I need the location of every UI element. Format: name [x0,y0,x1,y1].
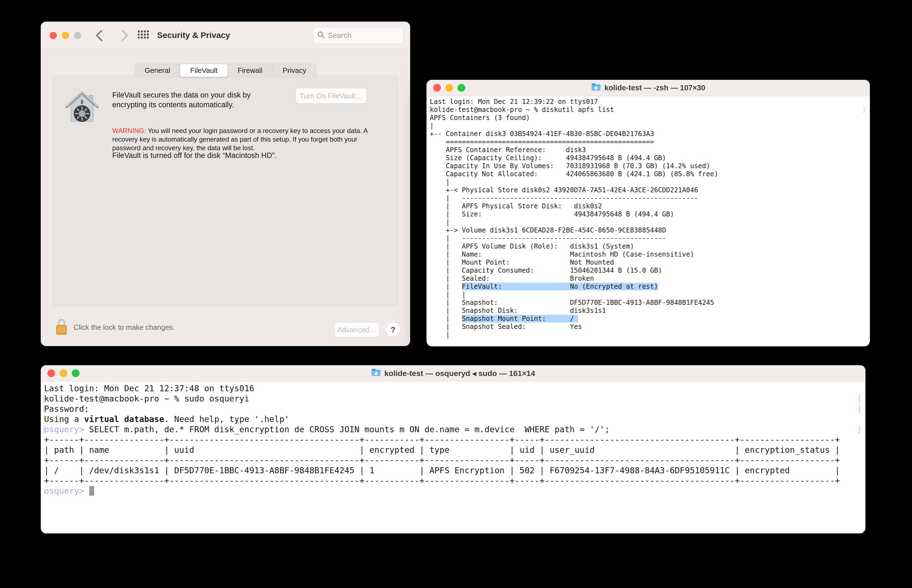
home-folder-icon [591,82,601,94]
window-title: kolide-test — osqueryd ◂ sudo — 161×14 [384,369,535,378]
traffic-lights [433,84,465,92]
zoom-button[interactable] [74,32,81,39]
prompt-mark-close: ] [857,424,862,435]
zoom-button[interactable] [457,84,465,92]
turn-on-filevault-button[interactable]: Turn On FileVault… [296,88,366,103]
help-button[interactable]: ? [386,322,400,337]
advanced-button[interactable]: Advanced… [334,322,379,337]
lock-icon[interactable] [56,318,67,336]
close-button[interactable] [433,84,441,92]
search-icon [317,31,325,40]
prompt-mark-close: ] [862,106,866,114]
tab-filevault[interactable]: FileVault [180,64,228,77]
prompt-mark-close: ] [857,394,862,404]
minimize-button[interactable] [446,84,453,92]
filevault-panel: FileVault secures the data on your disk … [52,76,399,307]
window-title: Security & Privacy [157,31,230,40]
terminal-output: Last login: Mon Dec 21 12:37:48 on ttys0… [41,381,865,498]
show-all-grid-icon[interactable] [138,31,149,40]
prompt-mark-open: [ [427,106,431,114]
warning-label: WARNING: [112,127,146,134]
titlebar: kolide-test — osqueryd ◂ sudo — 161×14 [41,365,865,381]
back-icon[interactable] [95,28,103,43]
security-privacy-window: Security & Privacy Search General FileVa… [41,22,410,346]
minimize-button[interactable] [60,369,67,377]
filevault-status-text: FileVault is turned off for the disk “Ma… [112,151,276,160]
filevault-house-icon [65,90,99,125]
terminal-osquery-window: kolide-test — osqueryd ◂ sudo — 161×14 [… [41,365,865,533]
search-input[interactable]: Search [313,27,404,44]
close-button[interactable] [50,32,57,39]
terminal-zsh-window: kolide-test — -zsh — 107×30 [ ] Last log… [426,80,870,346]
terminal-output: Last login: Mon Dec 21 12:39:22 on ttys0… [426,96,870,341]
terminal-content[interactable]: [ ] [ ] [ ] Last login: Mon Dec 21 12:37… [41,381,865,533]
tab-firewall[interactable]: Firewall [228,64,273,77]
titlebar: Security & Privacy Search [41,22,410,50]
prompt-mark-open: [ [42,394,47,404]
terminal-content[interactable]: [ ] Last login: Mon Dec 21 12:39:22 on t… [426,96,870,346]
home-folder-icon [371,368,381,379]
query-result-table: +------+----------------+---------------… [44,435,840,485]
tab-privacy[interactable]: Privacy [273,64,316,77]
forward-icon[interactable] [121,28,129,43]
titlebar: kolide-test — -zsh — 107×30 [426,80,870,96]
filevault-description: FileVault secures the data on your disk … [112,90,273,110]
osquery-prompt: osquery> [44,425,84,434]
tab-bar: General FileVault Firewall Privacy [134,64,317,77]
prompt-mark-close: ] [857,404,862,414]
zoom-button[interactable] [72,369,79,377]
osquery-prompt: osquery> [44,486,84,496]
search-placeholder: Search [328,31,352,40]
warning-text: You will need your login password or a r… [112,127,368,152]
tab-general[interactable]: General [135,64,181,77]
minimize-button[interactable] [62,32,69,39]
close-button[interactable] [47,369,55,377]
prompt-mark-open: [ [42,424,47,435]
selected-text-filevault: FileVault: No (Encrypted at rest) [462,283,658,291]
filevault-warning: WARNING: You will need your login passwo… [112,126,368,152]
window-title: kolide-test — -zsh — 107×30 [604,84,705,92]
selected-text-snapshot-mount: Snapshot Mount Point: / [462,315,578,323]
traffic-lights [50,32,81,39]
prompt-mark-open: [ [42,404,47,414]
traffic-lights [47,369,79,377]
terminal-cursor [89,486,94,496]
lock-hint-text: Click the lock to make changes. [73,323,175,332]
